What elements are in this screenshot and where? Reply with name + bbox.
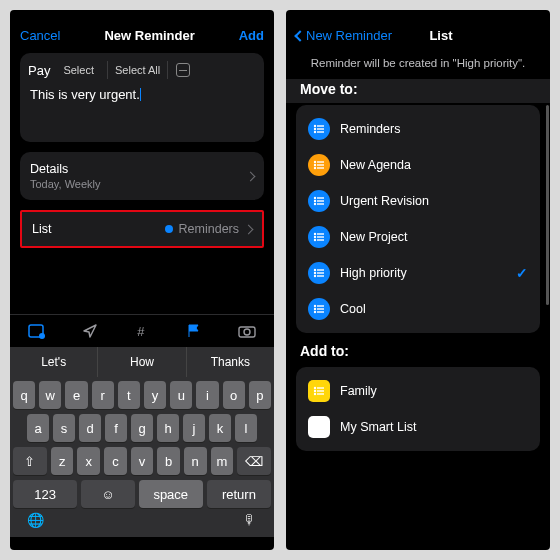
svg-rect-36: [317, 305, 324, 306]
key-r[interactable]: r: [92, 381, 114, 409]
key-t[interactable]: t: [118, 381, 140, 409]
svg-rect-32: [317, 272, 324, 273]
key-u[interactable]: u: [170, 381, 192, 409]
key-c[interactable]: c: [104, 447, 127, 475]
svg-point-17: [314, 197, 316, 199]
svg-point-29: [314, 269, 316, 271]
key-m[interactable]: m: [211, 447, 234, 475]
list-row[interactable]: Cool: [296, 291, 540, 327]
key-p[interactable]: p: [249, 381, 271, 409]
key-l[interactable]: l: [235, 414, 257, 442]
key-g[interactable]: g: [131, 414, 153, 442]
return-key[interactable]: return: [207, 480, 271, 508]
list-row[interactable]: My Smart List: [296, 409, 540, 445]
key-j[interactable]: j: [183, 414, 205, 442]
list-row-label: High priority: [340, 266, 506, 280]
calendar-icon[interactable]: [28, 323, 46, 339]
suggestion-2[interactable]: How: [98, 347, 186, 377]
key-f[interactable]: f: [105, 414, 127, 442]
list-cell[interactable]: List Reminders: [20, 210, 264, 248]
svg-point-51: [314, 429, 316, 431]
list-bullet-icon: [308, 416, 330, 438]
svg-point-4: [244, 329, 250, 335]
key-h[interactable]: h: [157, 414, 179, 442]
key-s[interactable]: s: [53, 414, 75, 442]
svg-point-23: [314, 233, 316, 235]
add-to-header: Add to:: [286, 343, 550, 365]
tag-icon[interactable]: #: [134, 323, 150, 339]
svg-rect-6: [317, 125, 324, 126]
svg-point-13: [314, 164, 316, 166]
svg-point-9: [314, 131, 316, 133]
keyboard: qwertyuiop asdfghjkl ⇧ zxcvbnm ⌫ 123 ☺ s…: [10, 377, 274, 537]
scan-text-icon[interactable]: [176, 63, 190, 77]
list-row[interactable]: Reminders: [296, 111, 540, 147]
list-row[interactable]: Urgent Revision: [296, 183, 540, 219]
nav-bar: New Reminder List: [286, 10, 550, 53]
suggestion-1[interactable]: Let's: [10, 347, 98, 377]
svg-rect-52: [317, 429, 324, 430]
key-a[interactable]: a: [27, 414, 49, 442]
list-row[interactable]: Family: [296, 373, 540, 409]
list-bullet-icon: [308, 190, 330, 212]
key-x[interactable]: x: [77, 447, 100, 475]
list-row-label: Urgent Revision: [340, 194, 528, 208]
reminder-title-input[interactable]: Pay: [28, 63, 50, 78]
backspace-key[interactable]: ⌫: [237, 447, 271, 475]
space-key[interactable]: space: [139, 480, 203, 508]
key-v[interactable]: v: [131, 447, 154, 475]
key-k[interactable]: k: [209, 414, 231, 442]
flag-icon[interactable]: [186, 323, 202, 339]
dictation-key[interactable]: 🎙: [243, 512, 257, 528]
list-row[interactable]: New Project: [296, 219, 540, 255]
svg-rect-22: [317, 203, 324, 204]
list-bullet-icon: [308, 380, 330, 402]
text-select-all-button[interactable]: Select All: [107, 61, 168, 79]
svg-point-5: [314, 125, 316, 127]
text-select-button[interactable]: Select: [56, 61, 101, 79]
key-o[interactable]: o: [223, 381, 245, 409]
chevron-right-icon: [246, 171, 256, 181]
camera-icon[interactable]: [238, 324, 256, 338]
phone-list-picker: New Reminder List Reminder will be creat…: [286, 10, 550, 550]
reminder-notes-input[interactable]: This is very urgent.: [20, 83, 264, 142]
cancel-button[interactable]: Cancel: [20, 28, 60, 43]
svg-point-15: [314, 167, 316, 169]
emoji-key[interactable]: ☺: [81, 480, 134, 508]
svg-rect-30: [317, 269, 324, 270]
svg-rect-18: [317, 197, 324, 198]
svg-point-41: [314, 387, 316, 389]
svg-point-31: [314, 272, 316, 274]
key-y[interactable]: y: [144, 381, 166, 409]
svg-point-33: [314, 275, 316, 277]
key-b[interactable]: b: [157, 447, 180, 475]
svg-rect-12: [317, 161, 324, 162]
key-n[interactable]: n: [184, 447, 207, 475]
svg-rect-38: [317, 308, 324, 309]
list-row[interactable]: New Agenda: [296, 147, 540, 183]
list-bullet-icon: [308, 226, 330, 248]
svg-rect-14: [317, 164, 324, 165]
key-z[interactable]: z: [51, 447, 74, 475]
list-row[interactable]: High priority✓: [296, 255, 540, 291]
checkmark-icon: ✓: [516, 265, 528, 281]
svg-point-37: [314, 308, 316, 310]
details-cell[interactable]: Details Today, Weekly: [20, 152, 264, 200]
shift-key[interactable]: ⇧: [13, 447, 47, 475]
add-button[interactable]: Add: [239, 28, 264, 43]
globe-key[interactable]: 🌐: [27, 512, 44, 528]
key-i[interactable]: i: [196, 381, 218, 409]
suggestion-3[interactable]: Thanks: [187, 347, 274, 377]
move-to-header: Move to:: [286, 79, 550, 103]
back-button[interactable]: New Reminder: [296, 28, 392, 43]
numbers-key[interactable]: 123: [13, 480, 77, 508]
location-icon[interactable]: [82, 323, 98, 339]
svg-text:#: #: [137, 324, 145, 339]
key-w[interactable]: w: [39, 381, 61, 409]
key-q[interactable]: q: [13, 381, 35, 409]
list-row-label: My Smart List: [340, 420, 528, 434]
svg-rect-16: [317, 167, 324, 168]
key-d[interactable]: d: [79, 414, 101, 442]
list-row-label: New Agenda: [340, 158, 528, 172]
key-e[interactable]: e: [65, 381, 87, 409]
